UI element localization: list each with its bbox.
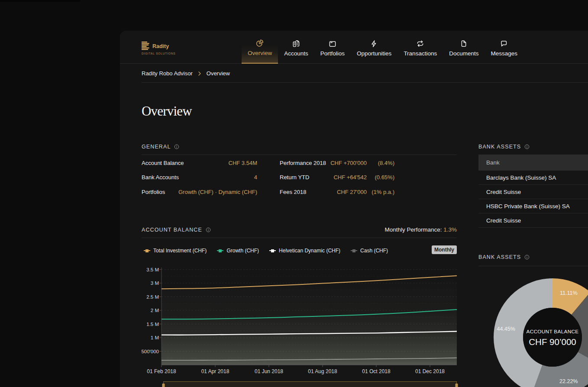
monthly-mode-button[interactable]: Monthly	[432, 245, 457, 254]
legend-item[interactable]: Growth (CHF)	[217, 248, 259, 254]
bank-assets-donut-chart[interactable]: 11.11%22.22%44.45%ACCOUNT BALANCECHF 90’…	[492, 277, 588, 387]
bank-assets-donut-section: BANK ASSETS	[478, 253, 588, 266]
monthly-performance-label: Monthly Performance:	[384, 226, 442, 233]
general-label: Portfolios	[142, 188, 165, 195]
general-value: 4	[254, 174, 257, 181]
tab-label: Opportunities	[357, 50, 391, 57]
tab-label: Accounts	[284, 50, 308, 57]
legend-label: Growth (CHF)	[226, 248, 259, 254]
info-icon[interactable]	[524, 144, 530, 149]
monthly-performance-value: 1.3%	[443, 226, 457, 233]
tab-portfolios[interactable]: Portfolios	[314, 31, 351, 64]
svg-text:01 Aug 2018: 01 Aug 2018	[308, 368, 337, 374]
svg-text:2.5 M: 2.5 M	[146, 294, 159, 300]
svg-text:3.5 M: 3.5 M	[146, 267, 159, 272]
svg-text:1.5 M: 1.5 M	[146, 322, 159, 327]
pie-chart-icon	[256, 39, 264, 47]
legend-marker	[144, 248, 150, 253]
general-percent: (1% p.a.)	[372, 188, 394, 195]
tab-accounts[interactable]: Accounts	[278, 31, 314, 64]
legend-marker	[269, 248, 276, 253]
general-label: Bank Accounts	[142, 174, 179, 181]
document-icon	[460, 40, 468, 48]
flash-icon	[370, 40, 378, 48]
general-label: Return YTD	[280, 174, 309, 181]
breadcrumb-divider	[142, 82, 588, 83]
legend-marker	[217, 248, 223, 253]
tab-label: Transactions	[404, 50, 437, 57]
general-percent: (8.4%)	[378, 159, 394, 166]
folder-icon	[329, 40, 336, 48]
general-percent: (0.65%)	[375, 174, 394, 181]
brand-name: Radity	[152, 43, 169, 49]
svg-text:3 M: 3 M	[151, 281, 159, 286]
nav-tabs: OverviewAccountsPortfoliosOpportunitiesT…	[242, 31, 523, 64]
general-value: CHF 3.54M	[229, 159, 257, 166]
general-row: Account BalanceCHF 3.54MPerformance 2018…	[142, 155, 457, 170]
legend-label: Helvetican Dynamic (CHF)	[279, 248, 340, 254]
account-balance-chart[interactable]: 3.5 M3 M2.5 M2 M1.5 M1 M500'00001 Feb 20…	[142, 264, 457, 387]
datazoom-handle-left[interactable]	[162, 384, 165, 387]
legend-label: Cash (CHF)	[360, 248, 388, 254]
monthly-performance: Monthly Performance: 1.3%	[384, 226, 457, 233]
datazoom-handle-right[interactable]	[456, 384, 458, 387]
brand-tagline: DIGITAL SOLUTIONS	[142, 52, 175, 55]
svg-text:2 M: 2 M	[151, 308, 159, 313]
balance-section-title: ACCOUNT BALANCE	[142, 227, 202, 233]
general-label: Fees 2018	[280, 188, 306, 195]
datazoom-slider[interactable]	[162, 382, 458, 387]
app-background: Radity DIGITAL SOLUTIONS OverviewAccount…	[0, 0, 588, 387]
bank-assets-title: BANK ASSETS	[478, 144, 521, 150]
donut-slice-label: 11.11%	[560, 290, 578, 296]
general-value: CHF +64'542	[333, 174, 367, 181]
tab-label: Overview	[248, 50, 272, 56]
tab-documents[interactable]: Documents	[443, 31, 485, 64]
svg-text:01 Feb 2018: 01 Feb 2018	[147, 368, 176, 374]
info-icon[interactable]	[174, 144, 179, 149]
legend-marker	[351, 248, 357, 253]
legend-label: Total Investment (CHF)	[153, 248, 207, 254]
legend-item[interactable]: Total Investment (CHF)	[144, 248, 207, 254]
bank-row[interactable]: HSBC Private Bank (Suisse) SA	[478, 199, 588, 213]
general-divider	[142, 155, 457, 155]
bank-row[interactable]: Barclays Bank (Suisse) SA	[478, 171, 588, 185]
svg-text:1 M: 1 M	[151, 335, 159, 340]
general-label: Account Balance	[142, 159, 184, 166]
radity-logo[interactable]: Radity DIGITAL SOLUTIONS	[142, 42, 175, 55]
general-value: CHF 27'000	[337, 188, 367, 195]
info-icon[interactable]	[524, 255, 530, 260]
breadcrumb-root[interactable]: Radity Robo Advisor	[142, 70, 193, 77]
balance-divider	[142, 238, 457, 238]
bank-assets-table: Bank Barclays Bank (Suisse) SACredit Sui…	[478, 155, 588, 228]
general-value: CHF +700'000	[330, 159, 367, 166]
donut-center-label: ACCOUNT BALANCE	[527, 329, 579, 335]
top-left-strip	[0, 0, 80, 2]
legend-item[interactable]: Helvetican Dynamic (CHF)	[269, 248, 340, 254]
bank-table-header: Bank	[478, 155, 588, 171]
svg-text:500'000: 500'000	[141, 349, 159, 354]
svg-text:01 Apr 2018: 01 Apr 2018	[201, 368, 229, 374]
tab-overview[interactable]: Overview	[242, 31, 278, 64]
general-row: Bank Accounts4Return YTDCHF +64'542(0.65…	[142, 170, 457, 185]
general-label: Performance 2018	[280, 159, 326, 166]
breadcrumb-current: Overview	[207, 70, 230, 77]
bank-row[interactable]: Credit Suisse	[478, 185, 588, 199]
general-value: Growth (CHF) · Dynamic (CHF)	[178, 188, 257, 195]
donut-slice-label: 44.45%	[497, 326, 515, 332]
tab-messages[interactable]: Messages	[485, 31, 523, 64]
chevron-right-icon	[198, 71, 201, 76]
breadcrumb: Radity Robo Advisor Overview	[120, 64, 588, 83]
info-icon[interactable]	[206, 227, 211, 232]
tab-opportunities[interactable]: Opportunities	[351, 31, 397, 64]
app-panel: Radity DIGITAL SOLUTIONS OverviewAccount…	[120, 31, 588, 387]
radity-logo-icon	[142, 42, 149, 51]
tab-transactions[interactable]: Transactions	[397, 31, 443, 64]
top-navigation-bar: Radity DIGITAL SOLUTIONS OverviewAccount…	[120, 31, 588, 64]
svg-text:01 Oct 2018: 01 Oct 2018	[362, 368, 391, 374]
invoice-icon	[292, 40, 300, 48]
chat-icon	[500, 40, 508, 48]
svg-text:01 Jun 2018: 01 Jun 2018	[255, 368, 283, 374]
bank-row[interactable]: Credit Suisse	[478, 213, 588, 228]
svg-text:01 Dec 2018: 01 Dec 2018	[415, 368, 445, 374]
legend-item[interactable]: Cash (CHF)	[351, 248, 388, 254]
